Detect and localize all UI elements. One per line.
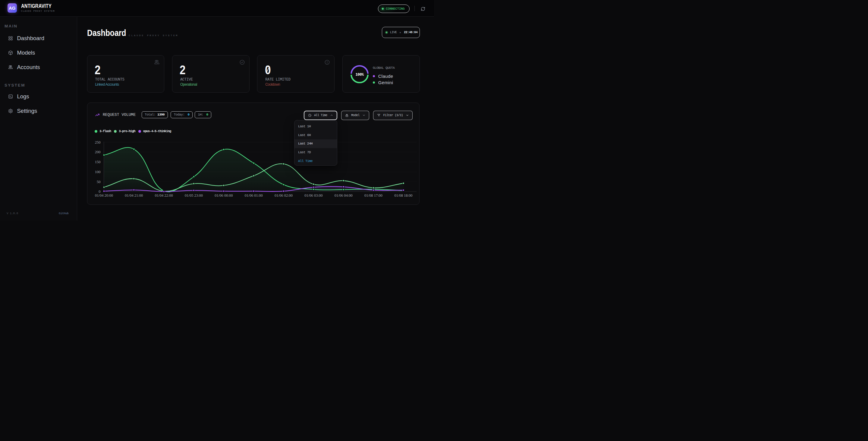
svg-text:01/06 00:00: 01/06 00:00 — [215, 193, 233, 198]
svg-text:01/04 20:00: 01/04 20:00 — [95, 193, 113, 198]
svg-text:01/05 23:00: 01/05 23:00 — [184, 193, 203, 198]
svg-text:01/04 21:00: 01/04 21:00 — [125, 193, 143, 198]
svg-text:01/08 17:00: 01/08 17:00 — [364, 193, 382, 198]
svg-text:50: 50 — [97, 179, 101, 184]
svg-text:100%: 100% — [355, 72, 364, 77]
svg-text:250: 250 — [95, 140, 100, 144]
svg-text:01/06 04:00: 01/06 04:00 — [334, 193, 352, 198]
svg-text:01/06 03:00: 01/06 03:00 — [304, 193, 322, 198]
svg-text:01/06 02:00: 01/06 02:00 — [275, 193, 293, 198]
svg-text:150: 150 — [95, 160, 100, 164]
svg-text:01/08 18:00: 01/08 18:00 — [394, 193, 412, 198]
svg-text:01/06 01:00: 01/06 01:00 — [244, 193, 262, 198]
svg-text:01/04 22:00: 01/04 22:00 — [155, 193, 173, 198]
svg-text:200: 200 — [95, 150, 100, 154]
svg-text:100: 100 — [95, 170, 100, 174]
